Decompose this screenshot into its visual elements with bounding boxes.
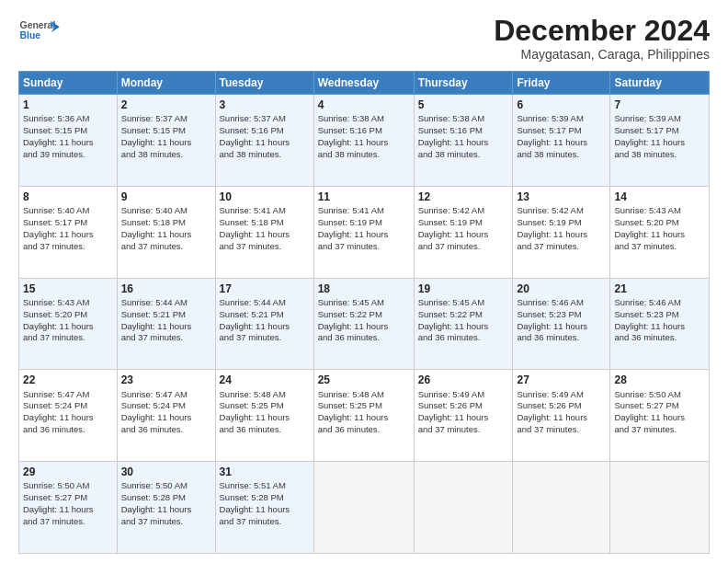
- svg-text:General: General: [20, 20, 56, 30]
- day-info: Sunrise: 5:43 AM Sunset: 5:20 PM Dayligh…: [23, 297, 94, 342]
- day-number: 23: [121, 373, 211, 387]
- calendar-cell: 7Sunrise: 5:39 AM Sunset: 5:17 PM Daylig…: [610, 95, 710, 187]
- day-info: Sunrise: 5:43 AM Sunset: 5:20 PM Dayligh…: [614, 205, 685, 250]
- calendar-cell: 15Sunrise: 5:43 AM Sunset: 5:20 PM Dayli…: [19, 278, 118, 370]
- column-header-tuesday: Tuesday: [215, 72, 313, 95]
- day-info: Sunrise: 5:48 AM Sunset: 5:25 PM Dayligh…: [318, 389, 389, 434]
- calendar-cell: 8Sunrise: 5:40 AM Sunset: 5:17 PM Daylig…: [19, 186, 118, 278]
- calendar-cell: 14Sunrise: 5:43 AM Sunset: 5:20 PM Dayli…: [610, 186, 710, 278]
- calendar-header-row: SundayMondayTuesdayWednesdayThursdayFrid…: [19, 72, 710, 95]
- calendar-cell: 6Sunrise: 5:39 AM Sunset: 5:17 PM Daylig…: [513, 95, 610, 187]
- day-info: Sunrise: 5:41 AM Sunset: 5:19 PM Dayligh…: [318, 205, 389, 250]
- day-info: Sunrise: 5:40 AM Sunset: 5:17 PM Dayligh…: [23, 205, 94, 250]
- calendar-cell: 12Sunrise: 5:42 AM Sunset: 5:19 PM Dayli…: [414, 186, 513, 278]
- calendar-cell: [414, 462, 513, 554]
- calendar-row-3: 15Sunrise: 5:43 AM Sunset: 5:20 PM Dayli…: [19, 278, 710, 370]
- day-number: 1: [23, 98, 113, 112]
- calendar-row-1: 1Sunrise: 5:36 AM Sunset: 5:15 PM Daylig…: [19, 95, 710, 187]
- day-number: 3: [220, 98, 310, 112]
- column-header-saturday: Saturday: [610, 72, 710, 95]
- day-number: 10: [220, 190, 310, 204]
- calendar-cell: 30Sunrise: 5:50 AM Sunset: 5:28 PM Dayli…: [117, 462, 215, 554]
- calendar-row-5: 29Sunrise: 5:50 AM Sunset: 5:27 PM Dayli…: [19, 462, 710, 554]
- day-number: 26: [418, 373, 509, 387]
- calendar-row-4: 22Sunrise: 5:47 AM Sunset: 5:24 PM Dayli…: [19, 370, 710, 462]
- day-info: Sunrise: 5:47 AM Sunset: 5:24 PM Dayligh…: [121, 389, 192, 434]
- day-info: Sunrise: 5:38 AM Sunset: 5:16 PM Dayligh…: [418, 113, 489, 158]
- calendar-cell: [313, 462, 414, 554]
- calendar-cell: 24Sunrise: 5:48 AM Sunset: 5:25 PM Dayli…: [215, 370, 313, 462]
- calendar-cell: 4Sunrise: 5:38 AM Sunset: 5:16 PM Daylig…: [313, 95, 414, 187]
- day-info: Sunrise: 5:47 AM Sunset: 5:24 PM Dayligh…: [23, 389, 94, 434]
- calendar-cell: 2Sunrise: 5:37 AM Sunset: 5:15 PM Daylig…: [117, 95, 215, 187]
- day-number: 17: [220, 282, 310, 296]
- svg-text:Blue: Blue: [20, 30, 41, 40]
- day-number: 29: [23, 465, 113, 479]
- day-info: Sunrise: 5:41 AM Sunset: 5:18 PM Dayligh…: [220, 205, 290, 250]
- day-number: 30: [121, 465, 211, 479]
- day-number: 31: [220, 465, 310, 479]
- day-number: 12: [418, 190, 509, 204]
- calendar-cell: 10Sunrise: 5:41 AM Sunset: 5:18 PM Dayli…: [215, 186, 313, 278]
- day-info: Sunrise: 5:45 AM Sunset: 5:22 PM Dayligh…: [318, 297, 389, 342]
- day-number: 24: [220, 373, 310, 387]
- calendar-cell: 20Sunrise: 5:46 AM Sunset: 5:23 PM Dayli…: [513, 278, 610, 370]
- day-info: Sunrise: 5:36 AM Sunset: 5:15 PM Dayligh…: [23, 113, 94, 158]
- day-info: Sunrise: 5:46 AM Sunset: 5:23 PM Dayligh…: [517, 297, 587, 342]
- day-info: Sunrise: 5:49 AM Sunset: 5:26 PM Dayligh…: [418, 389, 489, 434]
- calendar-cell: 13Sunrise: 5:42 AM Sunset: 5:19 PM Dayli…: [513, 186, 610, 278]
- day-info: Sunrise: 5:37 AM Sunset: 5:15 PM Dayligh…: [121, 113, 192, 158]
- day-number: 14: [614, 190, 705, 204]
- calendar-cell: 25Sunrise: 5:48 AM Sunset: 5:25 PM Dayli…: [313, 370, 414, 462]
- calendar-cell: 21Sunrise: 5:46 AM Sunset: 5:23 PM Dayli…: [610, 278, 710, 370]
- calendar-cell: 5Sunrise: 5:38 AM Sunset: 5:16 PM Daylig…: [414, 95, 513, 187]
- day-number: 13: [517, 190, 606, 204]
- calendar-cell: 19Sunrise: 5:45 AM Sunset: 5:22 PM Dayli…: [414, 278, 513, 370]
- title-block: December 2024 Maygatasan, Caraga, Philip…: [494, 15, 710, 62]
- calendar-cell: 31Sunrise: 5:51 AM Sunset: 5:28 PM Dayli…: [215, 462, 313, 554]
- day-info: Sunrise: 5:49 AM Sunset: 5:26 PM Dayligh…: [517, 389, 587, 434]
- calendar-cell: 11Sunrise: 5:41 AM Sunset: 5:19 PM Dayli…: [313, 186, 414, 278]
- day-number: 11: [318, 190, 410, 204]
- day-number: 18: [318, 282, 410, 296]
- logo-icon: General Blue: [18, 15, 63, 48]
- column-header-thursday: Thursday: [414, 72, 513, 95]
- day-number: 28: [614, 373, 705, 387]
- column-header-sunday: Sunday: [19, 72, 118, 95]
- calendar-cell: 3Sunrise: 5:37 AM Sunset: 5:16 PM Daylig…: [215, 95, 313, 187]
- day-info: Sunrise: 5:50 AM Sunset: 5:27 PM Dayligh…: [23, 480, 94, 525]
- calendar-cell: [513, 462, 610, 554]
- day-number: 25: [318, 373, 410, 387]
- day-info: Sunrise: 5:48 AM Sunset: 5:25 PM Dayligh…: [220, 389, 290, 434]
- calendar-cell: 18Sunrise: 5:45 AM Sunset: 5:22 PM Dayli…: [313, 278, 414, 370]
- column-header-friday: Friday: [513, 72, 610, 95]
- day-info: Sunrise: 5:44 AM Sunset: 5:21 PM Dayligh…: [121, 297, 192, 342]
- calendar-row-2: 8Sunrise: 5:40 AM Sunset: 5:17 PM Daylig…: [19, 186, 710, 278]
- day-info: Sunrise: 5:39 AM Sunset: 5:17 PM Dayligh…: [614, 113, 685, 158]
- logo: General Blue: [18, 15, 63, 48]
- day-number: 8: [23, 190, 113, 204]
- day-number: 22: [23, 373, 113, 387]
- day-number: 20: [517, 282, 606, 296]
- calendar-table: SundayMondayTuesdayWednesdayThursdayFrid…: [18, 71, 710, 554]
- day-number: 27: [517, 373, 606, 387]
- calendar-cell: 27Sunrise: 5:49 AM Sunset: 5:26 PM Dayli…: [513, 370, 610, 462]
- day-number: 19: [418, 282, 509, 296]
- calendar-cell: 17Sunrise: 5:44 AM Sunset: 5:21 PM Dayli…: [215, 278, 313, 370]
- day-info: Sunrise: 5:42 AM Sunset: 5:19 PM Dayligh…: [418, 205, 489, 250]
- day-number: 7: [614, 98, 705, 112]
- day-number: 21: [614, 282, 705, 296]
- month-title: December 2024: [494, 15, 710, 47]
- calendar-cell: 16Sunrise: 5:44 AM Sunset: 5:21 PM Dayli…: [117, 278, 215, 370]
- calendar-cell: 23Sunrise: 5:47 AM Sunset: 5:24 PM Dayli…: [117, 370, 215, 462]
- day-number: 16: [121, 282, 211, 296]
- calendar-cell: 9Sunrise: 5:40 AM Sunset: 5:18 PM Daylig…: [117, 186, 215, 278]
- day-info: Sunrise: 5:50 AM Sunset: 5:28 PM Dayligh…: [121, 480, 192, 525]
- day-info: Sunrise: 5:46 AM Sunset: 5:23 PM Dayligh…: [614, 297, 685, 342]
- day-info: Sunrise: 5:45 AM Sunset: 5:22 PM Dayligh…: [418, 297, 489, 342]
- day-info: Sunrise: 5:44 AM Sunset: 5:21 PM Dayligh…: [220, 297, 290, 342]
- calendar-cell: [610, 462, 710, 554]
- calendar-cell: 28Sunrise: 5:50 AM Sunset: 5:27 PM Dayli…: [610, 370, 710, 462]
- day-info: Sunrise: 5:37 AM Sunset: 5:16 PM Dayligh…: [220, 113, 290, 158]
- calendar-cell: 22Sunrise: 5:47 AM Sunset: 5:24 PM Dayli…: [19, 370, 118, 462]
